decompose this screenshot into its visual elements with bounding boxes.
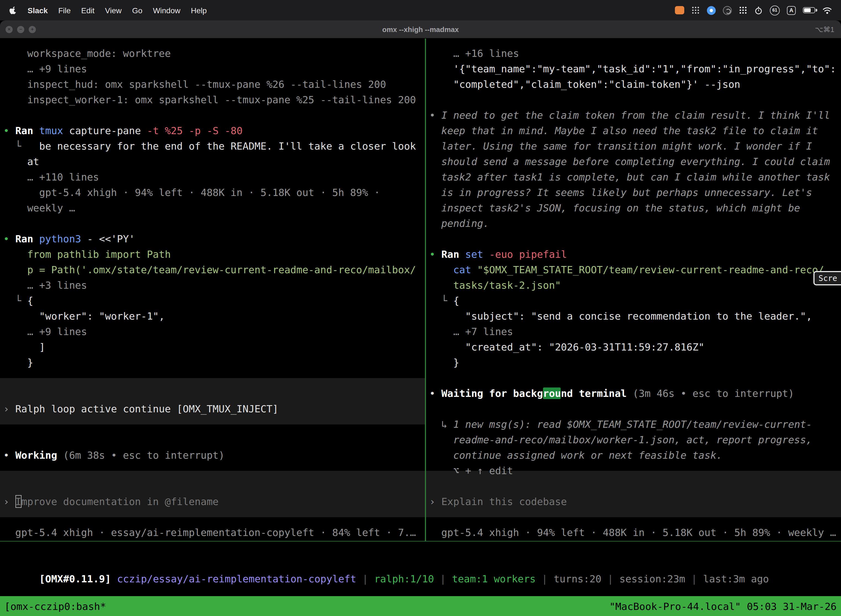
text-segment	[435, 248, 441, 260]
text-segment: ›	[3, 496, 15, 507]
text-segment: … +7 lines	[453, 326, 513, 337]
edit-hint-line: ⌥ + ↑ edit	[453, 463, 513, 478]
text-segment: … +9 lines	[27, 63, 87, 74]
menu-app-name[interactable]: Slack	[28, 6, 48, 15]
clock-app-icon[interactable]	[723, 6, 732, 15]
text-segment: "$OMX_TEAM_STATE_ROOT/team/review-curren…	[471, 264, 824, 275]
menu-item-window[interactable]: Window	[153, 6, 180, 15]
text-segment: at	[27, 155, 39, 167]
waiting-status-line: • Waiting for background terminal (3m 46…	[429, 386, 794, 401]
elided-lines: … +9 lines	[27, 324, 87, 339]
team-workers: team:1 workers	[452, 573, 536, 585]
text-segment: -euo pipefail	[483, 248, 567, 260]
stopwatch-icon[interactable]	[755, 6, 763, 15]
text-segment: readme-and-reco/mailbox/worker-1.json, a…	[453, 434, 812, 445]
output-line: '{"team_name":"my-team","task_id":"1","f…	[453, 61, 836, 76]
left-pane[interactable]: workspace_mode: worktree… +9 linesinspec…	[0, 39, 425, 541]
menu-item-go[interactable]: Go	[132, 6, 142, 15]
text-segment: •	[3, 125, 9, 136]
percent-badge-icon[interactable]: 61	[770, 5, 780, 15]
menu-item-edit[interactable]: Edit	[81, 6, 94, 15]
screenshot-thumbnail[interactable]: Scre	[814, 271, 841, 285]
elided-lines: … +16 lines	[453, 45, 519, 61]
dots-grid-icon[interactable]	[739, 6, 747, 14]
window-titlebar[interactable]: × − + omx --xhigh --madmax ⌥⌘1	[0, 21, 841, 39]
divider: |	[685, 573, 703, 585]
close-button[interactable]: ×	[6, 26, 13, 33]
text-segment: gpt-5.4 xhigh · essay/ai-reimplementatio…	[15, 526, 416, 538]
text-segment: set	[465, 248, 483, 260]
terminal-window: × − + omx --xhigh --madmax ⌥⌘1 workspace…	[0, 21, 841, 616]
text-segment: {	[453, 295, 459, 306]
stats-line: weekly …	[27, 200, 75, 216]
divider: |	[602, 573, 620, 585]
output-line: └ {	[441, 293, 459, 308]
output-line: └ be necessary for the end of the README…	[15, 138, 416, 154]
elided-lines: … +9 lines	[27, 61, 87, 76]
mailbox-note-line: readme-and-reco/mailbox/worker-1.json, a…	[453, 432, 812, 447]
config-line: inspect_hud: omx sparkshell --tmux-pane …	[27, 76, 386, 92]
text-segment: nd terminal	[561, 387, 627, 399]
text-segment: "subject": "send a concise recommendatio…	[465, 310, 812, 321]
blue-app-icon[interactable]	[707, 6, 716, 15]
text-segment: •	[429, 109, 441, 120]
wifi-icon[interactable]	[822, 6, 832, 14]
text-segment: -t %25 -p -S -80	[141, 125, 243, 136]
text-segment: {	[27, 295, 34, 306]
thinking-line: should send a message before completing …	[441, 154, 830, 169]
menu-item-file[interactable]: File	[58, 6, 70, 15]
text-segment: Explain this codebase	[441, 496, 567, 507]
thinking-line: task2 after task1 is complete, but can I…	[441, 169, 830, 185]
text-segment: •	[429, 387, 441, 399]
menu-bar-left: Slack File Edit View Go Window Help	[9, 6, 207, 15]
output-line: ]	[39, 339, 45, 355]
menu-item-help[interactable]: Help	[191, 6, 207, 15]
screen-recording-indicator-icon[interactable]	[675, 6, 684, 14]
thinking-line: • I need to get the claim token from the…	[429, 107, 830, 123]
text-segment: ⌥ + ↑ edit	[453, 465, 513, 476]
battery-icon[interactable]	[803, 7, 815, 13]
text-segment: is in progress? It seems likely but perh…	[441, 186, 812, 198]
text-segment: p = Path('.omx/state/team/review-current…	[27, 264, 416, 275]
tmux-host-clock: "MacBook-Pro-44.local" 05:03 31-Mar-26	[609, 600, 837, 612]
text-segment: … +16 lines	[453, 47, 519, 59]
footer-stats-line: gpt-5.4 xhigh · 94% left · 488K in · 5.1…	[441, 525, 836, 540]
text-segment: Ralph loop active continue [OMX_TMUX_INJ…	[15, 403, 278, 414]
omx-version: [OMX#0.11.9]	[39, 573, 111, 585]
minimize-button[interactable]: −	[17, 26, 24, 33]
text-segment: └	[441, 295, 453, 306]
output-line: }	[453, 355, 459, 370]
tmux-status-bar: [omx-cczip0:bash* "MacBook-Pro-44.local"…	[0, 596, 841, 616]
text-segment: python3	[39, 233, 81, 244]
elided-lines: … +3 lines	[27, 277, 87, 293]
text-segment: should send a message before completing …	[441, 155, 830, 167]
app-grid-icon[interactable]	[692, 6, 700, 14]
divider: |	[434, 573, 452, 585]
text-segment: Ran	[441, 248, 459, 260]
text-segment	[33, 125, 39, 136]
text-segment	[459, 248, 465, 260]
zoom-button[interactable]: +	[29, 26, 36, 33]
text-segment: … +110 lines	[27, 171, 99, 182]
text-segment	[33, 233, 39, 244]
command-line: • Ran python3 - <<'PY'	[3, 231, 135, 246]
text-segment: •	[3, 233, 9, 244]
text-segment: }	[27, 356, 34, 368]
text-segment: be necessary for the end of the README. …	[39, 140, 416, 151]
command-line: • Ran set -euo pipefail	[429, 246, 567, 262]
text-segment: inspect task2's JSON, focusing on the st…	[441, 202, 800, 213]
apple-menu-icon[interactable]	[9, 6, 17, 14]
text-segment: Ran	[15, 125, 33, 136]
input-source-icon[interactable]: A	[787, 6, 796, 15]
output-line: └ {	[15, 293, 33, 308]
output-line: }	[27, 355, 34, 370]
text-segment: └	[15, 140, 39, 151]
output-line: "created_at": "2026-03-31T11:59:27.816Z"	[465, 339, 705, 355]
right-pane[interactable]: … +16 lines'{"team_name":"my-team","task…	[426, 39, 841, 541]
text-segment: }	[453, 356, 459, 368]
text-segment: '{"team_name":"my-team","task_id":"1","f…	[453, 63, 836, 74]
text-segment: inspect_worker-1: omx sparkshell --tmux-…	[27, 94, 416, 105]
menu-item-view[interactable]: View	[105, 6, 122, 15]
mailbox-note-line: continue assigned work or next feasible …	[453, 447, 722, 463]
turns-counter: turns:20	[554, 573, 601, 585]
